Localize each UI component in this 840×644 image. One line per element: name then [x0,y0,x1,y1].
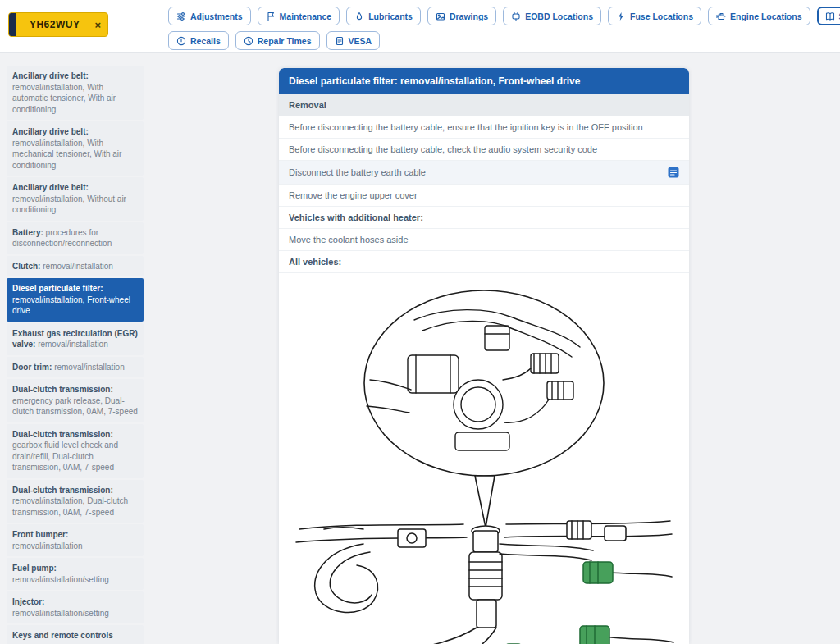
figure [279,273,689,644]
sidebar-item[interactable]: Dual-clutch transmission: removal/instal… [7,480,144,523]
step-text: All vehicles: [289,257,341,267]
toolbar-row-2: RecallsRepair TimesVESA [168,31,840,50]
toolbar-button-label: Recalls [190,36,221,46]
toolbar-button-label: EOBD Locations [525,11,593,21]
plate-band [9,13,16,36]
toolbar-button-engine-locations[interactable]: Engine Locations [708,7,810,25]
sidebar-item-desc: removal/installation [12,541,83,550]
sidebar-item-title: Dual-clutch transmission: [12,430,113,439]
toolbar-button-label: Engine Locations [730,11,802,21]
drawings-icon [436,11,445,21]
toolbar-button-label: Repair Times [258,36,312,46]
sidebar-item-title: Front bumper: [12,530,68,539]
sidebar-item-desc: emergency park release, Dual-clutch tran… [12,396,138,417]
step-text: Move the coolant hoses aside [289,235,409,244]
sidebar-item[interactable]: Ancillary drive belt: removal/installati… [7,66,144,120]
toolbar-button-drawings[interactable]: Drawings [427,7,496,25]
sidebar: Ancillary drive belt: removal/installati… [7,66,144,644]
sidebar-item[interactable]: Dual-clutch transmission: gearbox fluid … [7,424,144,478]
eobd-locations-icon [511,11,521,21]
stories-icon [825,11,835,21]
step-text: Vehicles with additional heater: [289,212,423,222]
toolbar-button-label: Fuse Locations [630,11,693,21]
sidebar-item[interactable]: Injector: removal/installation/setting [7,591,144,623]
sidebar-item-title: Dual-clutch transmission: [12,486,113,495]
sidebar-item-title: Clutch: [12,262,40,271]
steps-list: Before disconnecting the battery cable, … [279,116,689,273]
procedure-step[interactable]: Vehicles with additional heater: [279,207,689,229]
procedure-step[interactable]: Disconnect the battery earth cable [279,161,689,185]
procedure-step[interactable]: Move the coolant hoses aside [279,229,689,251]
sidebar-item[interactable]: Diesel particulate filter: removal/insta… [7,278,144,322]
adjustments-icon [176,11,186,21]
procedure-step[interactable]: Before disconnecting the battery cable, … [279,139,689,161]
sidebar-item[interactable]: Door trim: removal/installation [7,357,144,378]
smart-link-icon[interactable] [668,167,679,178]
sidebar-item-title: Injector: [12,597,44,606]
sidebar-item-desc: removal/installation/setting [12,575,109,584]
sidebar-item[interactable]: Dual-clutch transmission: emergency park… [7,379,144,422]
sidebar-item-desc: removal/installation, With mechanical te… [12,139,121,170]
toolbar-button-stories[interactable]: Stories [817,7,840,25]
toolbar: AdjustmentsMaintenanceLubricantsDrawings… [168,7,840,56]
toolbar-button-label: Lubricants [368,11,413,21]
sidebar-item-title: Ancillary drive belt: [12,183,89,192]
maintenance-icon [266,11,276,21]
sidebar-item[interactable]: Fuel pump: removal/installation/setting [7,558,144,590]
sidebar-item-desc: removal/installation, Without air condit… [12,194,126,215]
sidebar-item[interactable]: Ancillary drive belt: removal/installati… [7,177,144,221]
sidebar-item-desc: removal/installation [54,363,125,372]
recalls-icon [176,36,186,46]
sidebar-item[interactable]: Exhaust gas recirculation (EGR) valve: r… [7,323,144,355]
toolbar-button-fuse-locations[interactable]: Fuse Locations [608,7,701,25]
toolbar-button-repair-times[interactable]: Repair Times [235,31,320,50]
sidebar-item-title: Battery: [12,228,43,237]
step-text: Remove the engine upper cover [289,190,418,200]
toolbar-button-label: VESA [349,36,372,46]
toolbar-button-maintenance[interactable]: Maintenance [258,7,340,25]
sidebar-item[interactable]: Battery: procedures for disconnection/re… [7,222,144,254]
sidebar-item-title: Keys and remote controls [12,631,113,640]
sidebar-item-desc: removal/installation, Front-wheel drive [12,295,130,316]
toolbar-button-label: Maintenance [280,11,332,21]
sidebar-item-desc: removal/installation [38,340,108,349]
sidebar-item[interactable]: Ancillary drive belt: removal/installati… [7,121,144,176]
sidebar-item-title: Fuel pump: [12,564,57,573]
step-text: Before disconnecting the battery cable, … [289,122,643,132]
procedure-step[interactable]: Before disconnecting the battery cable, … [279,116,689,139]
sidebar-item-desc: removal/installation, Dual-clutch transm… [12,496,128,517]
fuse-locations-icon [616,11,626,21]
lubricants-icon [354,11,364,21]
plate-close-icon[interactable]: × [93,19,107,31]
license-plate: YH62WUY × [8,12,108,37]
toolbar-button-recalls[interactable]: Recalls [168,31,229,50]
sidebar-item-title: Ancillary drive belt: [12,127,89,136]
content-panel: Diesel particulate filter: removal/insta… [279,68,689,644]
sidebar-item-title: Diesel particulate filter: [12,284,103,293]
procedure-step[interactable]: All vehicles: [279,251,689,273]
toolbar-button-lubricants[interactable]: Lubricants [346,7,421,25]
step-text: Before disconnecting the battery cable, … [289,144,597,154]
repair-times-icon [244,36,253,46]
vesa-icon [335,36,345,46]
toolbar-button-label: Drawings [450,11,488,21]
section-header: Removal [279,94,689,116]
sidebar-item-title: Dual-clutch transmission: [12,385,113,394]
sidebar-item-desc: removal/installation, With automatic ten… [12,83,116,114]
topbar: YH62WUY × AdjustmentsMaintenanceLubrican… [0,0,840,53]
sidebar-item-title: Ancillary drive belt: [12,71,89,80]
toolbar-button-eobd-locations[interactable]: EOBD Locations [503,7,601,25]
procedure-step[interactable]: Remove the engine upper cover [279,185,689,207]
sidebar-item-desc: gearbox fluid level check and drain/refi… [12,441,118,472]
sidebar-item[interactable]: Front bumper: removal/installation [7,524,144,556]
toolbar-row-1: AdjustmentsMaintenanceLubricantsDrawings… [168,7,840,25]
sidebar-item[interactable]: Keys and remote controls [7,625,144,644]
sidebar-item[interactable]: Clutch: removal/installation [7,256,144,277]
toolbar-button-label: Adjustments [190,11,243,21]
page-title: Diesel particulate filter: removal/insta… [279,68,689,94]
license-plate-text: YH62WUY [16,19,93,30]
toolbar-button-vesa[interactable]: VESA [326,31,381,50]
sidebar-item-title: Door trim: [12,363,52,372]
toolbar-button-adjustments[interactable]: Adjustments [168,7,251,25]
engine-locations-icon [716,11,726,21]
